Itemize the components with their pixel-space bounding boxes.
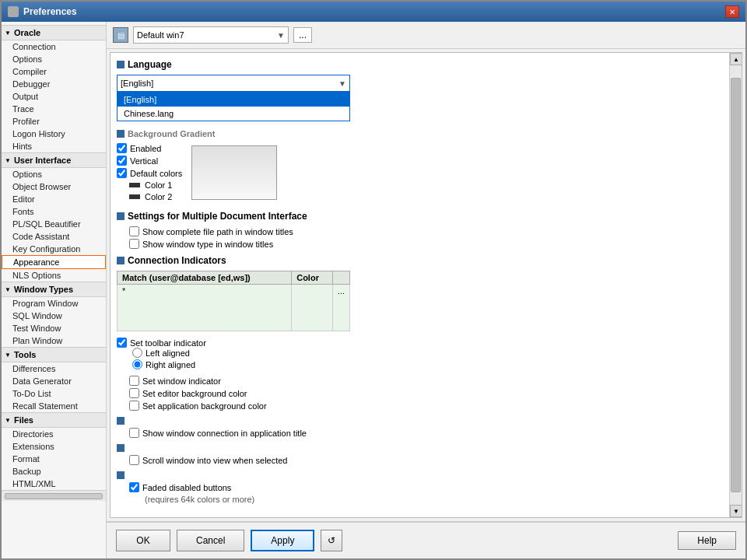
titlebar-left: Preferences — [8, 6, 77, 17]
language-select[interactable]: [English] ▼ — [117, 75, 350, 92]
sidebar-section-files[interactable]: ▼ Files — [2, 412, 106, 428]
ok-button[interactable]: OK — [116, 530, 170, 551]
sidebar-item-appearance[interactable]: Appearance — [2, 255, 106, 269]
col-color-header: Color — [292, 271, 333, 285]
sidebar-item-object-browser[interactable]: Object Browser — [2, 180, 106, 193]
color2-row: Color 2 — [129, 192, 182, 201]
sidebar-item-trace[interactable]: Trace — [2, 103, 106, 115]
sidebar-item-sql-window[interactable]: SQL Window — [2, 310, 106, 322]
scroll-down-button[interactable]: ▼ — [730, 505, 742, 517]
scrollbar-thumb[interactable] — [731, 78, 741, 492]
sidebar-scrollbar-thumb[interactable] — [5, 493, 103, 499]
profile-dropdown-text: Default win7 — [137, 30, 277, 40]
oracle-section-label: Oracle — [14, 28, 40, 37]
sidebar-item-connection[interactable]: Connection — [2, 40, 106, 53]
sidebar-section-window-types[interactable]: ▼ Window Types — [2, 282, 106, 297]
reset-button[interactable]: ↺ — [321, 530, 342, 551]
ui-section-label: User Interface — [14, 156, 71, 165]
sidebar-item-key-configuration[interactable]: Key Configuration — [2, 243, 106, 255]
dots-cell[interactable]: ... — [332, 285, 349, 331]
default-colors-checkbox[interactable] — [117, 168, 127, 178]
sidebar-item-editor[interactable]: Editor — [2, 193, 106, 205]
language-option-english[interactable]: [English] — [117, 93, 349, 107]
sidebar-item-program-window[interactable]: Program Window — [2, 297, 106, 310]
sidebar-item-ui-options[interactable]: Options — [2, 168, 106, 180]
sidebar-section-user-interface[interactable]: ▼ User Interface — [2, 152, 106, 168]
language-option-chinese[interactable]: Chinese.lang — [117, 107, 349, 121]
help-button[interactable]: Help — [678, 531, 736, 550]
set-window-indicator-checkbox[interactable] — [129, 376, 139, 386]
bottom-left-buttons: OK Cancel Apply ↺ — [116, 530, 342, 551]
section-divider-2 — [117, 444, 723, 452]
sidebar-item-code-assistant[interactable]: Code Assistant — [2, 230, 106, 243]
right-aligned-radio[interactable] — [132, 359, 142, 369]
language-section-header: Language — [117, 59, 723, 70]
sidebar-section-oracle[interactable]: ▼ Oracle — [2, 25, 106, 40]
sidebar-item-backup[interactable]: Backup — [2, 465, 106, 478]
sidebar-horizontal-scrollbar[interactable] — [2, 490, 106, 501]
sidebar-item-html-xml[interactable]: HTML/XML — [2, 478, 106, 490]
sidebar-item-plsql-beautifier[interactable]: PL/SQL Beautifier — [2, 218, 106, 230]
conn-indicators-icon — [117, 257, 124, 264]
sidebar-item-logon-history[interactable]: Logon History — [2, 128, 106, 140]
conn-indicators-header: Connection Indicators — [117, 255, 723, 266]
bg-checks: Enabled Vertical Default colors — [117, 143, 182, 201]
main-vertical-scrollbar[interactable]: ▲ ▼ — [729, 53, 742, 517]
language-dropdown-arrow-icon: ▼ — [338, 79, 349, 88]
settings-scroll-area[interactable]: Language [English] ▼ [English] Chinese.l… — [110, 53, 729, 517]
ui-section-arrow: ▼ — [5, 157, 11, 164]
reset-icon: ↺ — [328, 535, 335, 546]
show-window-type-checkbox[interactable] — [129, 239, 139, 249]
show-window-connection-checkbox[interactable] — [129, 428, 139, 438]
show-window-connection-label: Show window connection in application ti… — [142, 429, 307, 438]
apply-button[interactable]: Apply — [251, 530, 314, 551]
sidebar-item-nls-options[interactable]: NLS Options — [2, 269, 106, 282]
dots-button[interactable]: ... — [293, 27, 312, 43]
sidebar-item-data-generator[interactable]: Data Generator — [2, 375, 106, 387]
sidebar-section-tools[interactable]: ▼ Tools — [2, 347, 106, 362]
star-cell[interactable]: * — [117, 285, 292, 331]
show-complete-path-checkbox[interactable] — [129, 226, 139, 236]
mdi-icon — [117, 212, 124, 220]
sidebar-item-differences[interactable]: Differences — [2, 362, 106, 375]
language-section-title: Language — [128, 59, 172, 70]
sidebar-item-format[interactable]: Format — [2, 453, 106, 465]
profile-icon: ▤ — [113, 27, 128, 43]
set-editor-bg-label: Set editor background color — [142, 389, 247, 398]
profile-dropdown[interactable]: Default win7 ▼ — [133, 26, 289, 44]
vertical-checkbox[interactable] — [117, 156, 127, 166]
color1-swatch[interactable] — [129, 183, 140, 187]
close-button[interactable]: ✕ — [725, 5, 739, 18]
sidebar-item-hints[interactable]: Hints — [2, 140, 106, 152]
section-divider-3 — [117, 471, 723, 479]
cancel-button[interactable]: Cancel — [177, 530, 244, 551]
vertical-label: Vertical — [130, 156, 158, 166]
bg-gradient-title: Background Gradient — [128, 129, 215, 138]
enabled-checkbox[interactable] — [117, 143, 127, 153]
left-aligned-radio[interactable] — [132, 348, 142, 358]
right-aligned-label: Right aligned — [146, 360, 195, 369]
sidebar-item-todo-list[interactable]: To-Do List — [2, 387, 106, 400]
sidebar-item-fonts[interactable]: Fonts — [2, 205, 106, 218]
scroll-window-checkbox[interactable] — [129, 455, 139, 465]
conn-indicators-title: Connection Indicators — [128, 255, 226, 266]
bg-gradient-section: Background Gradient Enabled Vertic — [117, 129, 723, 201]
sidebar-item-test-window[interactable]: Test Window — [2, 322, 106, 334]
sidebar-item-options[interactable]: Options — [2, 53, 106, 65]
section-divider-icon — [117, 417, 124, 425]
sidebar-item-debugger[interactable]: Debugger — [2, 78, 106, 90]
sidebar-item-directories[interactable]: Directories — [2, 428, 106, 440]
sidebar-item-plan-window[interactable]: Plan Window — [2, 334, 106, 347]
faded-disabled-checkbox[interactable] — [129, 482, 139, 492]
sidebar-item-profiler[interactable]: Profiler — [2, 115, 106, 128]
scroll-up-button[interactable]: ▲ — [730, 53, 742, 65]
set-app-bg-checkbox[interactable] — [129, 401, 139, 411]
sidebar-item-recall-statement[interactable]: Recall Statement — [2, 400, 106, 412]
set-editor-bg-checkbox[interactable] — [129, 388, 139, 398]
sidebar-item-output[interactable]: Output — [2, 90, 106, 103]
sidebar-item-compiler[interactable]: Compiler — [2, 65, 106, 78]
set-toolbar-indicator-row: Set toolbar indicator — [117, 338, 723, 348]
color2-swatch[interactable] — [129, 194, 140, 199]
sidebar-item-extensions[interactable]: Extensions — [2, 440, 106, 453]
set-toolbar-indicator-checkbox[interactable] — [117, 338, 127, 348]
